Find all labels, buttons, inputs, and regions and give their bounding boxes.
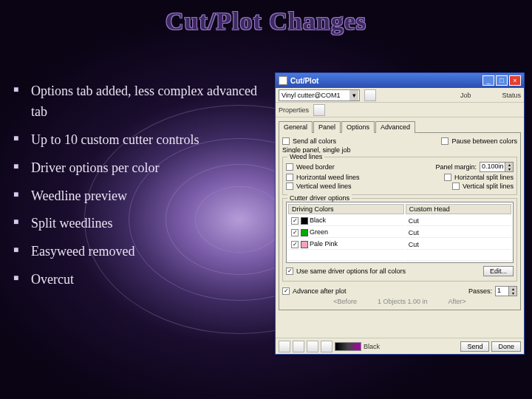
row-head: Cut	[406, 228, 511, 238]
col-custom[interactable]: Custom Head	[406, 204, 511, 214]
slide-title: Cut/Plot Changes	[0, 7, 532, 35]
after-button[interactable]: After>	[449, 298, 466, 305]
tab-general[interactable]: General	[279, 121, 313, 133]
bullet-item: Split weedlines	[13, 214, 265, 234]
row-check[interactable]	[291, 217, 299, 225]
device-icon[interactable]	[364, 89, 376, 101]
pause-label: Pause between colors	[451, 137, 517, 145]
advance-checkbox[interactable]	[282, 287, 290, 295]
weed-border-label: Weed border	[296, 163, 335, 171]
vweed-checkbox[interactable]	[286, 183, 293, 190]
cutter-options-legend: Cutter driver options	[287, 194, 352, 202]
properties-label[interactable]: Properties	[279, 106, 309, 114]
bullet-item: Options tab added, less complex advanced…	[13, 81, 265, 123]
zoom-out-icon[interactable]	[293, 341, 304, 352]
row-head: Cut	[406, 239, 511, 250]
panel-margin-input[interactable]: 0.100in	[480, 162, 514, 172]
swatch-green	[301, 229, 308, 236]
send-all-label: Send all colors	[293, 137, 336, 145]
driver-table: Driving Colors Custom Head Black Cut Gre…	[286, 202, 514, 263]
status-label: Status	[502, 92, 521, 99]
hsplit-label: Horizontal split lines	[454, 174, 514, 181]
bullet-item: Up to 10 custom cutter controls	[13, 130, 265, 151]
window-title: Cut/Plot	[290, 77, 481, 85]
bullet-item: Overcut	[13, 270, 265, 290]
copies-info: 1 Objects 1.00 in	[378, 298, 428, 305]
same-driver-label: Use same driver options for all colors	[296, 267, 406, 275]
send-all-checkbox[interactable]	[282, 137, 290, 145]
cutplot-window: Cut/Plot _ □ × Vinyl cutter@COM1 Job Sta…	[275, 72, 525, 355]
row-check[interactable]	[291, 229, 299, 236]
bullet-item: Easyweed removed	[13, 242, 265, 262]
job-label: Job	[460, 92, 471, 99]
hweed-checkbox[interactable]	[286, 174, 293, 181]
table-row[interactable]: Green Cut	[288, 228, 511, 238]
tab-options[interactable]: Options	[341, 121, 375, 133]
device-toolbar: Vinyl cutter@COM1 Job Status	[276, 88, 524, 103]
titlebar[interactable]: Cut/Plot _ □ ×	[276, 73, 524, 88]
table-row[interactable]: Black Cut	[288, 216, 511, 226]
col-driving[interactable]: Driving Colors	[288, 204, 404, 214]
vsplit-checkbox[interactable]	[452, 183, 460, 190]
cutter-options-group: Cutter driver options Driving Colors Cus…	[282, 198, 517, 282]
passes-label: Passes:	[468, 287, 492, 295]
edit-button[interactable]: Edit...	[483, 266, 514, 276]
props-toolbar: Properties	[276, 103, 524, 117]
tab-panel[interactable]: Panel	[313, 121, 341, 133]
weedlines-legend: Weed lines	[287, 153, 324, 160]
table-row[interactable]: Pale Pink Cut	[288, 239, 511, 250]
hsplit-checkbox[interactable]	[444, 174, 451, 181]
options-panel: Send all colors Pause between colors Sin…	[279, 133, 521, 310]
weed-border-checkbox[interactable]	[286, 163, 293, 171]
hweed-label: Horizontal weed lines	[296, 174, 360, 181]
pointer-icon[interactable]	[279, 341, 290, 352]
tab-strip: General Panel Options Advanced	[279, 120, 521, 133]
swatch-black	[301, 217, 308, 225]
tab-advanced[interactable]: Advanced	[375, 121, 415, 133]
before-button[interactable]: <Before	[333, 298, 357, 305]
weedlines-group: Weed lines Weed border Panel margin: 0.1…	[282, 157, 517, 195]
row-name: Pale Pink	[310, 240, 338, 248]
properties-icon[interactable]	[313, 104, 325, 116]
pause-checkbox[interactable]	[441, 137, 449, 145]
bullet-list: Options tab added, less complex advanced…	[13, 81, 265, 298]
advance-label: Advance after plot	[293, 287, 347, 295]
row-check[interactable]	[291, 241, 299, 248]
current-color-label: Black	[364, 343, 380, 350]
bullet-item: Driver options per color	[13, 158, 265, 179]
panel-margin-label: Panel margin:	[435, 163, 477, 171]
zoom-in-icon[interactable]	[307, 341, 318, 352]
row-name: Black	[310, 216, 326, 224]
device-combo[interactable]: Vinyl cutter@COM1	[279, 89, 360, 101]
send-button[interactable]: Send	[460, 341, 489, 352]
passes-input[interactable]: 1	[495, 286, 517, 296]
minimize-button[interactable]: _	[482, 75, 494, 86]
color-bar[interactable]	[335, 342, 361, 351]
maximize-button[interactable]: □	[496, 75, 508, 86]
vsplit-label: Vertical split lines	[463, 183, 514, 190]
bottom-toolbar: Black Send Done	[276, 338, 524, 354]
row-head: Cut	[406, 216, 511, 226]
close-button[interactable]: ×	[509, 75, 521, 86]
done-button[interactable]: Done	[491, 341, 521, 352]
lock-icon[interactable]	[321, 341, 332, 352]
vweed-label: Vertical weed lines	[296, 183, 352, 190]
swatch-pink	[301, 241, 308, 248]
same-driver-checkbox[interactable]	[286, 267, 293, 275]
window-icon	[279, 76, 287, 85]
row-name: Green	[310, 228, 328, 236]
bullet-item: Weedline preview	[13, 186, 265, 207]
